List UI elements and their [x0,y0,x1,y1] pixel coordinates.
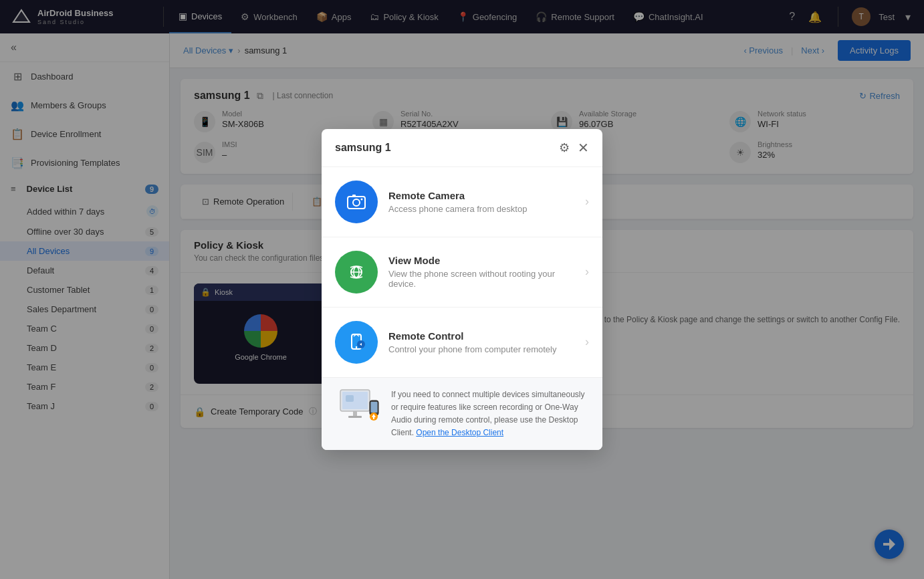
modal-footer-text: If you need to connect multiple devices … [391,388,589,440]
remote-control-desc: Control your phone from computer remotel… [388,344,574,354]
desktop-illustration [335,388,382,425]
modal-item-view-mode[interactable]: View Mode View the phone screen without … [322,237,602,308]
modal-item-remote-camera[interactable]: Remote Camera Access phone camera from d… [322,167,602,237]
remote-options-modal: samsung 1 ⚙ ✕ Remote Camera Access phone… [322,129,602,451]
svg-rect-14 [346,395,354,402]
svg-rect-21 [373,417,374,419]
modal-header-actions: ⚙ ✕ [559,140,589,156]
svg-rect-2 [348,197,365,209]
modal-item-text-control: Remote Control Control your phone from c… [388,330,574,354]
modal-close-button[interactable]: ✕ [578,140,589,156]
modal-item-remote-control[interactable]: Remote Control Control your phone from c… [322,308,602,377]
svg-point-3 [353,199,360,206]
view-mode-title: View Mode [388,255,574,266]
remote-camera-icon [335,181,378,223]
modal-settings-icon[interactable]: ⚙ [559,140,570,155]
svg-point-5 [361,198,363,200]
modal-item-text-view: View Mode View the phone screen without … [388,255,574,289]
open-desktop-client-link[interactable]: Open the Desktop Client [416,428,503,437]
modal-overlay[interactable]: samsung 1 ⚙ ✕ Remote Camera Access phone… [0,0,924,579]
remote-control-icon [335,321,378,364]
remote-control-chevron: › [585,335,589,349]
svg-rect-4 [352,195,356,197]
svg-rect-16 [348,416,362,418]
view-mode-icon [335,251,378,294]
remote-camera-chevron: › [585,195,589,209]
modal-title: samsung 1 [335,142,391,154]
modal-item-text-camera: Remote Camera Access phone camera from d… [388,190,574,214]
remote-control-title: Remote Control [388,330,574,342]
view-mode-desc: View the phone screen without rooting yo… [388,269,574,289]
modal-header: samsung 1 ⚙ ✕ [322,129,602,167]
view-mode-chevron: › [585,265,589,279]
remote-camera-desc: Access phone camera from desktop [388,204,574,214]
svg-rect-15 [353,411,357,416]
remote-camera-title: Remote Camera [388,190,574,201]
svg-rect-18 [371,402,378,413]
modal-footer: If you need to connect multiple devices … [322,377,602,451]
